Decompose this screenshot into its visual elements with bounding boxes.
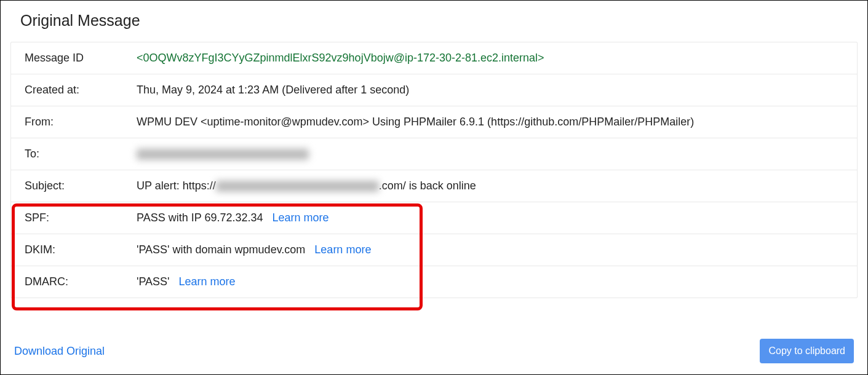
- dmarc-learn-more-link[interactable]: Learn more: [179, 275, 236, 288]
- row-dkim: DKIM: 'PASS' with domain wpmudev.com Lea…: [11, 234, 857, 266]
- label-from: From:: [25, 116, 137, 128]
- value-message-id: <0OQWv8zYFgI3CYyGZpinmdlElxrS92vz9hojVbo…: [137, 52, 843, 65]
- value-from: WPMU DEV <uptime-monitor@wpmudev.com> Us…: [137, 116, 843, 128]
- original-message-panel: Original Message Message ID <0OQWv8zYFgI…: [0, 0, 868, 375]
- spf-learn-more-link[interactable]: Learn more: [273, 211, 329, 224]
- row-to: To:: [11, 138, 857, 170]
- label-created-at: Created at:: [25, 84, 137, 97]
- redacted-subject-domain: [216, 181, 379, 192]
- message-headers-table: Message ID <0OQWv8zYFgI3CYyGZpinmdlElxrS…: [10, 42, 858, 298]
- dkim-learn-more-link[interactable]: Learn more: [314, 243, 371, 256]
- row-dmarc: DMARC: 'PASS' Learn more: [11, 266, 857, 298]
- row-spf: SPF: PASS with IP 69.72.32.34 Learn more: [11, 202, 857, 234]
- row-from: From: WPMU DEV <uptime-monitor@wpmudev.c…: [11, 106, 857, 138]
- download-original-link[interactable]: Download Original: [14, 345, 105, 358]
- value-to: [137, 148, 843, 160]
- dkim-status: 'PASS' with domain wpmudev.com: [137, 243, 305, 256]
- subject-suffix: .com/ is back online: [379, 180, 476, 192]
- value-dkim: 'PASS' with domain wpmudev.com Learn mor…: [137, 243, 843, 256]
- value-subject: UP alert: https:// .com/ is back online: [137, 180, 843, 192]
- footer-actions: Download Original Copy to clipboard: [1, 339, 867, 363]
- label-dkim: DKIM:: [25, 243, 137, 256]
- label-to: To:: [25, 148, 137, 160]
- value-created-at: Thu, May 9, 2024 at 1:23 AM (Delivered a…: [137, 84, 843, 97]
- row-message-id: Message ID <0OQWv8zYFgI3CYyGZpinmdlElxrS…: [11, 42, 857, 74]
- redacted-to: [137, 149, 309, 160]
- spf-status: PASS with IP 69.72.32.34: [137, 211, 263, 224]
- label-subject: Subject:: [25, 180, 137, 192]
- copy-to-clipboard-button[interactable]: Copy to clipboard: [760, 339, 854, 363]
- row-subject: Subject: UP alert: https:// .com/ is bac…: [11, 170, 857, 202]
- label-dmarc: DMARC:: [25, 275, 137, 288]
- value-dmarc: 'PASS' Learn more: [137, 275, 843, 288]
- dmarc-status: 'PASS': [137, 275, 170, 288]
- subject-prefix: UP alert: https://: [137, 180, 216, 192]
- label-spf: SPF:: [25, 211, 137, 224]
- panel-title: Original Message: [1, 1, 867, 37]
- value-spf: PASS with IP 69.72.32.34 Learn more: [137, 211, 843, 224]
- row-created-at: Created at: Thu, May 9, 2024 at 1:23 AM …: [11, 74, 857, 106]
- label-message-id: Message ID: [25, 52, 137, 65]
